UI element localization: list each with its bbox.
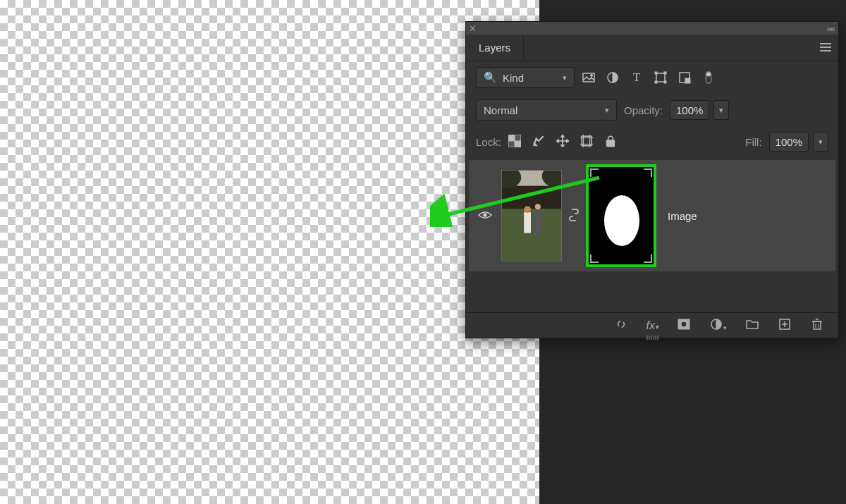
layer-thumbnail[interactable] <box>501 170 562 262</box>
panel-titlebar[interactable]: ✕ «« <box>466 22 838 35</box>
opacity-field[interactable]: 100% ▾ <box>670 100 729 120</box>
mask-shape <box>604 195 639 246</box>
filter-kind-select[interactable]: 🔍 Kind ▾ <box>476 67 575 88</box>
svg-point-27 <box>335 250 352 278</box>
lock-artboard-icon[interactable] <box>580 135 593 149</box>
visibility-toggle[interactable] <box>476 210 494 222</box>
blend-mode-row: Normal ▾ Opacity: 100% ▾ <box>466 94 838 126</box>
svg-point-70 <box>681 321 687 327</box>
svg-point-20 <box>194 101 233 129</box>
svg-rect-43 <box>508 135 515 141</box>
svg-rect-22 <box>301 257 331 405</box>
svg-rect-35 <box>655 72 657 74</box>
group-icon[interactable] <box>745 317 759 333</box>
chevron-down-icon[interactable]: ▾ <box>713 100 729 120</box>
smartobject-icon[interactable] <box>678 70 692 85</box>
fx-icon[interactable]: fx▾ <box>646 319 658 332</box>
svg-rect-67 <box>534 209 542 234</box>
blend-mode-select[interactable]: Normal ▾ <box>476 99 617 121</box>
svg-marker-50 <box>561 145 565 147</box>
svg-marker-52 <box>566 139 568 142</box>
lock-pixels-icon[interactable] <box>532 135 545 149</box>
svg-rect-14 <box>187 250 215 391</box>
collapse-icon[interactable]: «« <box>827 23 834 34</box>
filter-toggle-icon[interactable] <box>701 70 716 85</box>
panel-tabs: Layers <box>466 35 838 61</box>
filter-kind-label: Kind <box>503 72 524 84</box>
svg-rect-62 <box>502 209 561 261</box>
shape-icon[interactable] <box>654 70 668 85</box>
svg-rect-61 <box>502 186 561 212</box>
svg-rect-46 <box>508 141 515 147</box>
chevron-down-icon[interactable]: ▾ <box>813 132 828 152</box>
svg-rect-37 <box>655 81 657 83</box>
svg-marker-51 <box>556 139 558 142</box>
adjustment-icon[interactable] <box>606 70 620 85</box>
type-icon[interactable]: T <box>630 70 644 85</box>
tab-layers[interactable]: Layers <box>466 35 524 61</box>
filter-type-icons: T <box>582 70 716 85</box>
trash-icon[interactable] <box>810 317 824 333</box>
svg-rect-36 <box>664 72 666 74</box>
layer-filter-row: 🔍 Kind ▾ T <box>466 61 838 94</box>
close-icon[interactable]: ✕ <box>466 22 479 35</box>
canvas-area[interactable] <box>0 0 539 504</box>
chevron-down-icon: ▾ <box>563 73 567 82</box>
panel-footer: fx▾ ▾ <box>466 312 838 338</box>
chevron-down-icon: ▾ <box>605 106 609 115</box>
mask-icon[interactable] <box>677 317 691 333</box>
search-icon: 🔍 <box>484 71 497 84</box>
link-icon[interactable] <box>614 317 628 333</box>
svg-rect-17 <box>218 391 242 412</box>
svg-rect-23 <box>273 400 301 415</box>
svg-rect-15 <box>215 250 242 391</box>
layer-row[interactable]: Image <box>469 160 835 271</box>
svg-rect-65 <box>524 212 531 233</box>
lock-label: Lock: <box>476 136 501 148</box>
fill-label: Fill: <box>745 136 761 148</box>
svg-rect-25 <box>263 208 355 257</box>
panel-menu-icon[interactable] <box>820 42 831 54</box>
image-icon[interactable] <box>582 70 596 85</box>
canvas-image[interactable] <box>67 0 462 504</box>
tab-label: Layers <box>479 42 510 54</box>
svg-rect-45 <box>515 135 521 141</box>
svg-marker-49 <box>561 135 565 137</box>
svg-point-42 <box>706 73 710 76</box>
svg-rect-24 <box>304 402 332 418</box>
blend-mode-value: Normal <box>484 104 517 116</box>
fill-value[interactable]: 100% <box>769 132 809 152</box>
panel-resize-grip[interactable] <box>638 336 666 340</box>
layer-list: Image <box>466 157 838 274</box>
lock-transparency-icon[interactable] <box>508 135 521 149</box>
fill-field[interactable]: 100% ▾ <box>769 132 828 152</box>
svg-rect-44 <box>515 141 521 147</box>
svg-rect-75 <box>814 321 821 329</box>
layer-name[interactable]: Image <box>668 210 697 222</box>
new-layer-icon[interactable] <box>778 317 792 333</box>
opacity-label: Opacity: <box>624 104 663 116</box>
svg-point-59 <box>483 213 486 216</box>
lock-all-icon[interactable] <box>604 135 617 149</box>
svg-rect-21 <box>271 257 301 405</box>
layers-panel[interactable]: ✕ «« Layers 🔍 Kind ▾ T Normal ▾ <box>465 21 839 338</box>
mask-thumbnail[interactable] <box>586 164 656 267</box>
adjustment-layer-icon[interactable]: ▾ <box>709 317 727 333</box>
link-mask-icon[interactable] <box>569 209 579 223</box>
svg-rect-58 <box>606 140 614 146</box>
svg-rect-38 <box>664 81 666 83</box>
svg-point-68 <box>535 204 541 209</box>
svg-rect-16 <box>188 388 212 409</box>
svg-point-32 <box>591 75 593 77</box>
lock-position-icon[interactable] <box>556 135 569 149</box>
lock-row: Lock: Fill: 100% ▾ <box>466 126 838 157</box>
svg-point-66 <box>524 206 531 213</box>
opacity-value[interactable]: 100% <box>670 100 709 120</box>
svg-rect-34 <box>656 73 665 82</box>
svg-rect-40 <box>685 78 690 83</box>
